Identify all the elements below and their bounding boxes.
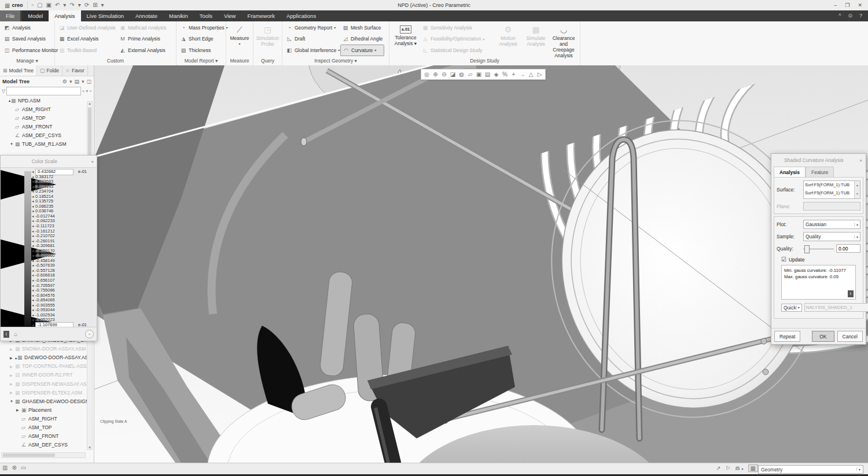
home-icon[interactable]: ⌂ <box>14 331 17 337</box>
expand-arrow-icon[interactable]: ▼ <box>10 142 15 146</box>
scale-marker-icon[interactable]: ◄ <box>31 199 35 204</box>
expand-arrow-icon[interactable]: ▶ <box>10 382 15 386</box>
tree-filter-input[interactable] <box>6 87 80 95</box>
group-label-model-report[interactable]: Model Report ▾ <box>176 58 226 65</box>
creo-menu-button[interactable]: ▦ creo <box>0 2 27 9</box>
group-label-inspect-geometry[interactable]: Inspect Geometry ▾ <box>282 58 389 65</box>
find-icon[interactable]: ⋒ ▾ <box>735 465 743 471</box>
plane-collector[interactable] <box>803 202 860 211</box>
tree-show-caret[interactable]: ▾ <box>82 79 84 84</box>
ribbon-button[interactable]: ◺Draft <box>284 34 340 45</box>
scale-marker-icon[interactable]: ◄ <box>31 283 35 289</box>
graphics-viewport[interactable]: ◎⊕⊖◪◍▱▣▤◈%+→△▷ Clipping State A <box>94 65 868 463</box>
surface-item[interactable]: Surf:F5(FORM_1):TUB <box>804 189 860 197</box>
graphics-toolbar-icon[interactable]: ▤ <box>484 71 491 78</box>
ribbon-button[interactable]: ◪User-Defined Analysis <box>57 22 117 34</box>
simulation-probe-button[interactable]: ◳ Simulation Probe <box>255 22 280 58</box>
surface-list-scrollbar[interactable]: ▲▼ <box>854 181 860 198</box>
tree-row[interactable]: ▶▦DISPENSER-NEWASSAY.ASM <box>0 379 94 388</box>
filter-dd-icon[interactable]: ▾ <box>86 88 88 94</box>
tree-row[interactable]: ▼▦TUB_ASM_R1.ASM <box>0 139 94 148</box>
ok-button[interactable]: OK <box>812 331 834 342</box>
graphics-toolbar-icon[interactable]: ◎ <box>424 71 430 78</box>
ribbon-button[interactable]: ◭External Analysis <box>117 45 168 56</box>
tab-analysis[interactable]: Analysis <box>49 10 80 21</box>
expand-arrow-icon[interactable]: ▶ <box>10 390 15 394</box>
info-icon[interactable]: i <box>3 331 9 338</box>
scale-marker-icon[interactable]: ◄ <box>31 243 35 249</box>
scale-marker-icon[interactable]: ◄ <box>31 249 35 254</box>
sample-select[interactable]: Quality▾ <box>803 232 860 241</box>
quick-access-icon[interactable]: ↷ <box>69 1 74 9</box>
update-checkbox[interactable]: ☑ Update <box>781 256 856 263</box>
scale-marker-icon[interactable]: ◄ <box>31 179 35 185</box>
graphics-toolbar-icon[interactable]: ◈ <box>493 71 499 78</box>
scale-marker-icon[interactable]: ◄ <box>31 298 35 303</box>
search-icon[interactable]: ⊙ <box>848 10 852 21</box>
tree-row[interactable]: ▱ASM_TOP <box>0 113 94 122</box>
tab-annotate[interactable]: Annotate <box>130 10 163 21</box>
tab-feature[interactable]: Feature <box>806 167 834 177</box>
expand-arrow-icon[interactable]: ▶ <box>10 373 15 377</box>
graphics-toolbar-icon[interactable]: + <box>510 71 517 78</box>
scale-marker-icon[interactable]: ◄ <box>31 318 35 323</box>
surface-collector[interactable]: Surf:F5(FORM_1):TUBSurf:F5(FORM_1):TUB ▲… <box>803 180 860 199</box>
tree-row[interactable]: ▶▤INNER-DOOR-R2.PRT <box>0 371 94 379</box>
tree-row[interactable]: ▴▦NPD.ASM <box>0 96 94 105</box>
tree-show-icon[interactable]: ▤ <box>74 79 79 84</box>
tree-settings-icon[interactable]: ⚙ <box>62 79 67 84</box>
quick-access-icon[interactable]: ▾ <box>101 1 104 9</box>
graphics-toolbar-icon[interactable]: ◪ <box>450 71 456 78</box>
tab-analysis[interactable]: Analysis <box>774 167 806 177</box>
chevron-down-icon[interactable]: ⌄ <box>85 330 94 338</box>
tab-file[interactable]: File <box>0 10 20 21</box>
ribbon-button[interactable]: ◔Geometry Report▾ <box>284 22 340 34</box>
expand-arrow-icon[interactable]: ▶ <box>10 347 15 351</box>
quick-access-icon[interactable]: ▾ <box>63 1 66 9</box>
scale-marker-icon[interactable]: ◄ <box>31 288 35 293</box>
cancel-button[interactable]: Cancel <box>837 331 863 342</box>
selection-filter-select[interactable]: Geometry ▾ <box>758 465 863 474</box>
quick-access-icon[interactable]: ▢ <box>37 1 42 9</box>
ribbon-button[interactable]: MPrime Analysis <box>117 34 168 45</box>
scale-marker-icon[interactable]: ◄ <box>31 253 35 259</box>
scale-marker-icon[interactable]: ◄ <box>31 204 35 209</box>
graphics-toolbar-icon[interactable]: % <box>502 71 508 78</box>
tree-horizontal-scrollbar[interactable] <box>1 452 86 458</box>
ribbon-button[interactable]: ◩Analysis <box>2 22 53 34</box>
ribbon-button[interactable]: ▤Saved Analysis <box>2 34 53 45</box>
scale-marker-icon[interactable]: ◄ <box>31 209 35 214</box>
scale-marker-icon[interactable]: ◄ <box>31 169 35 175</box>
quick-access-icon[interactable]: ▣ <box>46 1 51 9</box>
expand-arrow-icon[interactable]: ▼ <box>10 400 15 403</box>
quick-select[interactable]: Quick▾ <box>781 304 802 312</box>
quick-access-icon[interactable]: ▾ <box>78 1 81 9</box>
tree-row[interactable]: ▱ASM_RIGHT <box>0 105 94 113</box>
ribbon-button[interactable]: ◺Statistical Design Study <box>420 45 494 56</box>
quality-slider[interactable] <box>803 245 834 253</box>
tab-view[interactable]: View <box>218 10 241 21</box>
scale-marker-icon[interactable]: ◄ <box>31 189 35 194</box>
tab-favorites[interactable]: ☆Favor <box>62 65 88 76</box>
restore-button[interactable]: ❐ <box>845 2 849 8</box>
quick-access-icon[interactable]: ↶ <box>55 1 60 9</box>
tree-row[interactable]: ▼▦GHASEMI-DEAWOO-DESIGN. <box>0 397 94 405</box>
scale-marker-icon[interactable]: ◄ <box>31 214 35 219</box>
scale-marker-icon[interactable]: ◄ <box>31 219 35 224</box>
tree-row[interactable]: ▱ASM_TOP <box>0 423 94 432</box>
group-label-manage[interactable]: Manage ▾ <box>0 58 54 65</box>
scale-marker-icon[interactable]: ◄ <box>31 239 35 244</box>
scale-marker-icon[interactable]: ◄ <box>31 234 35 239</box>
tree-row[interactable]: ▶▴▦DAEWOO-DOOR-ASSAY.AS <box>0 353 94 362</box>
dialog-titlebar[interactable]: Shaded Curvature Analysis × <box>771 154 866 167</box>
tab-tools[interactable]: Tools <box>194 10 218 21</box>
ribbon-button[interactable]: ◔Mass Properties▾ <box>178 22 224 34</box>
ribbon-button[interactable]: ▧Thickness <box>178 45 224 56</box>
ribbon-button[interactable]: ◮Short Edge <box>178 34 224 45</box>
close-button[interactable]: ✕ <box>858 2 862 8</box>
tree-row[interactable]: ▶▦TOP-CONTROL-PANEL-ASSAY <box>0 362 94 371</box>
expand-arrow-icon[interactable]: ▶ <box>10 364 15 368</box>
tree-row[interactable]: ▶▦SNOWA-DOOR-ASSAY.ASM <box>0 345 94 353</box>
tree-row[interactable]: ▶▣Placement <box>0 405 94 414</box>
tab-framework[interactable]: Framework <box>241 10 281 21</box>
